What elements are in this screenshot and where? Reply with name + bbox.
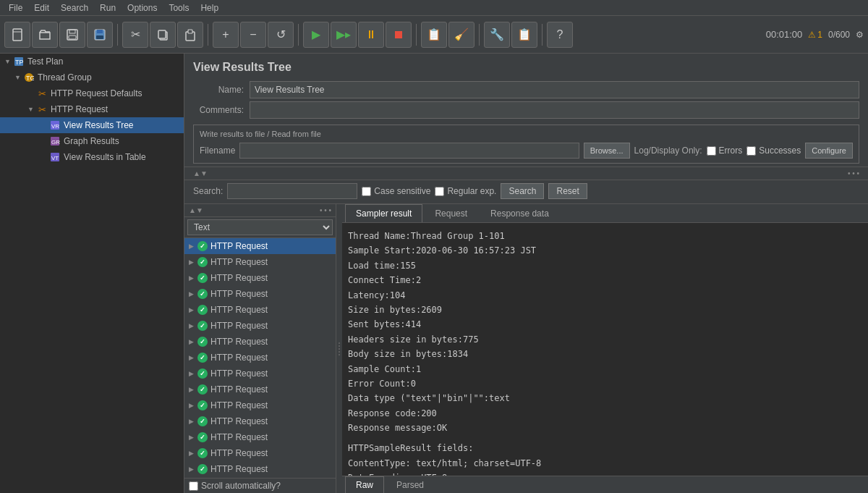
expand-arrow-tg: ▼ — [14, 74, 22, 81]
result-item[interactable]: ▶ HTTP Request — [184, 318, 336, 334]
result-item[interactable]: ▶ HTTP Request — [184, 397, 336, 413]
case-sensitive-label[interactable]: Case sensitive — [374, 186, 430, 196]
tab-request[interactable]: Request — [424, 204, 478, 222]
filename-input[interactable] — [239, 143, 579, 159]
result-item[interactable]: ▶ HTTP Request — [184, 286, 336, 302]
sidebar-item-thread-group[interactable]: ▼ TG Thread Group — [0, 69, 184, 85]
result-item[interactable]: ▶ HTTP Request — [184, 413, 336, 429]
case-sensitive-group: Case sensitive — [362, 186, 430, 196]
save-button[interactable] — [87, 22, 113, 48]
menu-file[interactable]: File — [3, 1, 28, 14]
start-no-pauses-button[interactable]: ▶▸ — [331, 22, 357, 48]
cut-button[interactable]: ✂ — [122, 22, 148, 48]
reset-button[interactable]: Reset — [548, 183, 587, 199]
new-button[interactable] — [4, 22, 30, 48]
regex-label[interactable]: Regular exp. — [447, 186, 496, 196]
result-item[interactable]: ▶ HTTP Request — [184, 302, 336, 318]
sidebar-item-graph-results[interactable]: ▶ GR Graph Results — [0, 133, 184, 149]
browse-button[interactable]: Browse... — [584, 143, 630, 159]
result-item[interactable]: ▶ HTTP Request — [184, 382, 336, 397]
log-button[interactable]: 📋 — [511, 22, 537, 48]
copy-button[interactable] — [150, 22, 176, 48]
result-label: HTTP Request — [210, 337, 268, 347]
result-status-icon — [197, 448, 208, 458]
pause-button[interactable]: ⏸ — [358, 22, 384, 48]
result-arrow: ▶ — [189, 306, 196, 313]
comments-input[interactable] — [250, 101, 859, 119]
bottom-tab-parsed[interactable]: Parsed — [386, 476, 435, 493]
svg-rect-9 — [158, 30, 166, 38]
result-item[interactable]: ▶ HTTP Request — [184, 254, 336, 270]
result-label: HTTP Request — [210, 353, 268, 363]
sidebar-item-http-defaults[interactable]: ▶ ✂ HTTP Request Defaults — [0, 85, 184, 101]
name-input[interactable] — [250, 81, 859, 98]
bottom-tab-raw[interactable]: Raw — [345, 476, 384, 493]
search-input[interactable] — [227, 183, 357, 199]
result-label: HTTP Request — [210, 241, 268, 251]
comments-label: Comments: — [193, 105, 244, 115]
warning-count: 1 — [817, 30, 822, 40]
svg-text:VR: VR — [51, 123, 59, 130]
tab-response-data[interactable]: Response data — [480, 204, 560, 222]
clipboard-button[interactable]: 📋 — [421, 22, 447, 48]
menu-edit[interactable]: Edit — [28, 1, 55, 14]
text-dropdown[interactable]: Text — [187, 219, 333, 235]
successes-label[interactable]: Successes — [759, 146, 801, 156]
help-button[interactable]: ? — [547, 22, 573, 48]
result-status-icon — [197, 432, 208, 442]
result-item[interactable]: ▶ HTTP Request — [184, 238, 336, 254]
sidebar-item-view-results-table[interactable]: ▶ VT View Results in Table — [0, 149, 184, 165]
thread-group-label: Thread Group — [38, 72, 92, 83]
menu-tools[interactable]: Tools — [163, 1, 195, 14]
drag-handle[interactable] — [336, 204, 342, 493]
graph-results-icon: GR — [49, 135, 61, 147]
result-item[interactable]: ▶ HTTP Request — [184, 270, 336, 286]
paste-button[interactable] — [177, 22, 203, 48]
result-label: HTTP Request — [210, 432, 268, 442]
result-item[interactable]: ▶ HTTP Request — [184, 461, 336, 477]
broom-button[interactable]: 🧹 — [448, 22, 475, 48]
sidebar-item-test-plan[interactable]: ▼ TP Test Plan — [0, 54, 184, 69]
detail-line: Size in bytes:2609 — [348, 303, 862, 317]
detail-panel: Sampler result Request Response data Thr… — [342, 204, 868, 493]
stop-button[interactable]: ⏹ — [386, 22, 412, 48]
configure-button[interactable]: Configure — [805, 143, 853, 159]
result-item[interactable]: ▶ HTTP Request — [184, 334, 336, 350]
result-item[interactable]: ▶ HTTP Request — [184, 445, 336, 461]
errors-checkbox[interactable] — [707, 146, 716, 156]
errors-label[interactable]: Errors — [719, 146, 743, 156]
menu-help[interactable]: Help — [195, 1, 224, 14]
successes-checkbox[interactable] — [746, 146, 756, 156]
save-copy-button[interactable] — [59, 22, 85, 48]
tools-button2[interactable]: 🔧 — [484, 22, 510, 48]
menu-options[interactable]: Options — [122, 1, 163, 14]
search-button[interactable]: Search — [501, 183, 544, 199]
scroll-auto-checkbox[interactable] — [189, 481, 198, 491]
open-button[interactable] — [32, 22, 58, 48]
add-button[interactable]: + — [213, 22, 239, 48]
start-button[interactable]: ▶ — [303, 22, 329, 48]
case-sensitive-checkbox[interactable] — [362, 187, 371, 196]
result-arrow: ▶ — [189, 258, 196, 266]
remove-button[interactable]: − — [240, 22, 266, 48]
regex-checkbox[interactable] — [435, 187, 444, 196]
detail-line: Headers size in bytes:775 — [348, 332, 862, 347]
sidebar-item-http-request[interactable]: ▼ ✂ HTTP Request — [0, 101, 184, 117]
sidebar-item-view-results-tree[interactable]: ▶ VR View Results Tree — [0, 117, 184, 133]
detail-line: DataEncoding: UTF-8 — [348, 471, 862, 476]
comments-row: Comments: — [193, 101, 859, 119]
undo-button[interactable]: ↺ — [268, 22, 294, 48]
results-list-header: ▲▼ • • • — [184, 204, 336, 217]
menu-search[interactable]: Search — [55, 1, 94, 14]
detail-line: Data type ("text"|"bin"|"":text — [348, 391, 862, 405]
menu-run[interactable]: Run — [94, 1, 122, 14]
result-item[interactable]: ▶ HTTP Request — [184, 350, 336, 366]
result-item[interactable]: ▶ HTTP Request — [184, 366, 336, 382]
separator-3 — [298, 24, 299, 46]
tab-sampler-result[interactable]: Sampler result — [345, 204, 422, 222]
scroll-auto-label[interactable]: Scroll automatically? — [201, 481, 281, 491]
filename-row: Filename Browse... Log/Display Only: Err… — [200, 143, 853, 159]
result-item[interactable]: ▶ HTTP Request — [184, 429, 336, 445]
detail-tabs: Sampler result Request Response data — [342, 204, 868, 223]
results-list-panel: ▲▼ • • • Text ▶ HTTP Request ▶ HTTP Requ… — [184, 204, 336, 493]
